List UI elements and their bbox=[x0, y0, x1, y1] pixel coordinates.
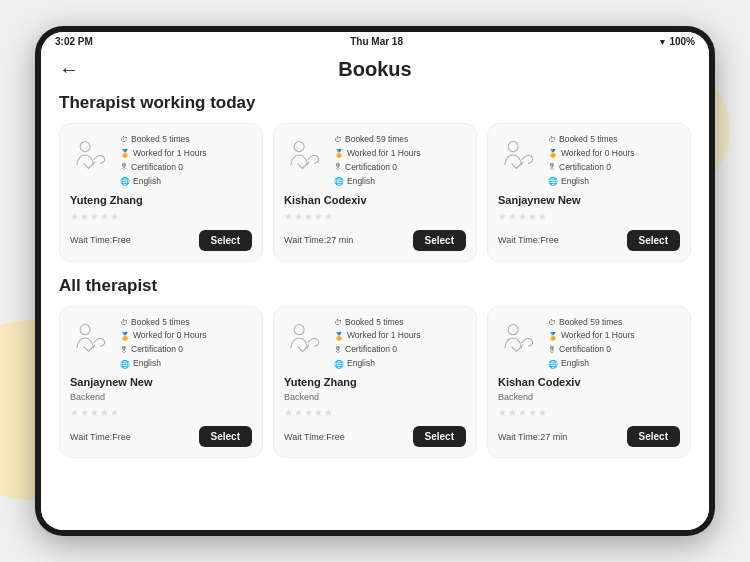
select-button[interactable]: Select bbox=[413, 230, 466, 251]
star-4: ★ bbox=[100, 407, 109, 418]
therapist-card: ⏱Booked 5 times 🏅Worked for 1 Hours 🎖Cer… bbox=[273, 306, 477, 459]
cert-icon: 🎖 bbox=[334, 162, 342, 173]
section-title-working-today: Therapist working today bbox=[59, 93, 691, 113]
star-1: ★ bbox=[498, 407, 507, 418]
work-icon: 🏅 bbox=[334, 148, 344, 159]
booked-times: Booked 59 times bbox=[345, 134, 408, 146]
therapist-icon bbox=[70, 317, 112, 359]
star-2: ★ bbox=[294, 407, 303, 418]
therapist-name: Kishan Codexiv bbox=[284, 194, 466, 206]
svg-point-0 bbox=[80, 142, 90, 152]
wait-time: Wait Time:Free bbox=[70, 432, 131, 442]
star-3: ★ bbox=[90, 407, 99, 418]
card-info: ⏱Booked 59 times 🏅Worked for 1 Hours 🎖Ce… bbox=[334, 134, 466, 188]
cert-icon: 🎖 bbox=[334, 345, 342, 356]
star-3: ★ bbox=[304, 407, 313, 418]
star-2: ★ bbox=[508, 211, 517, 222]
card-info: ⏱Booked 5 times 🏅Worked for 1 Hours 🎖Cer… bbox=[120, 134, 252, 188]
star-5: ★ bbox=[538, 211, 547, 222]
therapist-card: ⏱Booked 5 times 🏅Worked for 0 Hours 🎖Cer… bbox=[487, 123, 691, 262]
lang-icon: 🌐 bbox=[120, 359, 130, 370]
tablet-frame: 3:02 PM Thu Mar 18 ▾ 100% ← Bookus Thera… bbox=[35, 26, 715, 536]
work-icon: 🏅 bbox=[120, 331, 130, 342]
language: English bbox=[347, 176, 375, 188]
card-info: ⏱Booked 5 times 🏅Worked for 1 Hours 🎖Cer… bbox=[334, 317, 466, 371]
back-button[interactable]: ← bbox=[59, 59, 89, 79]
app-title: Bookus bbox=[338, 58, 411, 81]
star-3: ★ bbox=[518, 211, 527, 222]
therapist-icon bbox=[70, 134, 112, 176]
booked-times: Booked 5 times bbox=[131, 317, 190, 329]
star-1: ★ bbox=[498, 211, 507, 222]
clock-icon: ⏱ bbox=[120, 317, 128, 328]
star-5: ★ bbox=[324, 211, 333, 222]
star-2: ★ bbox=[80, 211, 89, 222]
booked-times: Booked 5 times bbox=[559, 134, 618, 146]
language: English bbox=[561, 358, 589, 370]
lang-icon: 🌐 bbox=[120, 176, 130, 187]
stars-row: ★ ★ ★ ★ ★ bbox=[498, 407, 680, 418]
star-4: ★ bbox=[528, 211, 537, 222]
select-button[interactable]: Select bbox=[199, 426, 252, 447]
status-bar: 3:02 PM Thu Mar 18 ▾ 100% bbox=[41, 32, 709, 51]
section-working-today: Therapist working today bbox=[59, 93, 691, 262]
star-1: ★ bbox=[284, 211, 293, 222]
star-2: ★ bbox=[508, 407, 517, 418]
card-info: ⏱Booked 59 times 🏅Worked for 1 Hours 🎖Ce… bbox=[548, 317, 680, 371]
all-therapist-grid: ⏱Booked 5 times 🏅Worked for 0 Hours 🎖Cer… bbox=[59, 306, 691, 459]
wait-time: Wait Time:Free bbox=[284, 432, 345, 442]
language: English bbox=[347, 358, 375, 370]
therapist-name: Kishan Codexiv bbox=[498, 376, 680, 388]
section-all-therapist: All therapist bbox=[59, 276, 691, 459]
therapist-subtitle: Backend bbox=[498, 392, 680, 402]
therapist-name: Yuteng Zhang bbox=[284, 376, 466, 388]
work-icon: 🏅 bbox=[120, 148, 130, 159]
wait-time: Wait Time:Free bbox=[498, 235, 559, 245]
cert-icon: 🎖 bbox=[120, 345, 128, 356]
select-button[interactable]: Select bbox=[199, 230, 252, 251]
therapist-name: Sanjaynew New bbox=[498, 194, 680, 206]
clock-icon: ⏱ bbox=[334, 134, 342, 145]
section-title-all-therapist: All therapist bbox=[59, 276, 691, 296]
worked-hours: Worked for 1 Hours bbox=[561, 330, 635, 342]
star-1: ★ bbox=[70, 211, 79, 222]
stars-row: ★ ★ ★ ★ ★ bbox=[70, 211, 252, 222]
therapist-card: ⏱Booked 59 times 🏅Worked for 1 Hours 🎖Ce… bbox=[273, 123, 477, 262]
star-5: ★ bbox=[110, 211, 119, 222]
wait-time: Wait Time:27 min bbox=[284, 235, 353, 245]
stars-row: ★ ★ ★ ★ ★ bbox=[284, 211, 466, 222]
lang-icon: 🌐 bbox=[334, 359, 344, 370]
certification: Certification 0 bbox=[345, 344, 397, 356]
certification: Certification 0 bbox=[345, 162, 397, 174]
select-button[interactable]: Select bbox=[627, 426, 680, 447]
certification: Certification 0 bbox=[131, 344, 183, 356]
working-today-grid: ⏱Booked 5 times 🏅Worked for 1 Hours 🎖Cer… bbox=[59, 123, 691, 262]
tablet-screen: 3:02 PM Thu Mar 18 ▾ 100% ← Bookus Thera… bbox=[41, 32, 709, 530]
select-button[interactable]: Select bbox=[413, 426, 466, 447]
select-button[interactable]: Select bbox=[627, 230, 680, 251]
therapist-subtitle: Backend bbox=[70, 392, 252, 402]
stars-row: ★ ★ ★ ★ ★ bbox=[284, 407, 466, 418]
lang-icon: 🌐 bbox=[548, 176, 558, 187]
star-2: ★ bbox=[294, 211, 303, 222]
clock-icon: ⏱ bbox=[548, 134, 556, 145]
battery-level: 100% bbox=[669, 36, 695, 47]
status-date: Thu Mar 18 bbox=[350, 36, 403, 47]
wait-time: Wait Time:Free bbox=[70, 235, 131, 245]
therapist-icon bbox=[284, 317, 326, 359]
therapist-subtitle: Backend bbox=[284, 392, 466, 402]
svg-point-4 bbox=[294, 324, 304, 334]
worked-hours: Worked for 0 Hours bbox=[561, 148, 635, 160]
star-4: ★ bbox=[314, 407, 323, 418]
star-1: ★ bbox=[70, 407, 79, 418]
star-4: ★ bbox=[528, 407, 537, 418]
cert-icon: 🎖 bbox=[120, 162, 128, 173]
star-5: ★ bbox=[538, 407, 547, 418]
therapist-card: ⏱Booked 5 times 🏅Worked for 1 Hours 🎖Cer… bbox=[59, 123, 263, 262]
star-5: ★ bbox=[110, 407, 119, 418]
worked-hours: Worked for 1 Hours bbox=[347, 330, 421, 342]
work-icon: 🏅 bbox=[334, 331, 344, 342]
star-1: ★ bbox=[284, 407, 293, 418]
cert-icon: 🎖 bbox=[548, 345, 556, 356]
booked-times: Booked 59 times bbox=[559, 317, 622, 329]
